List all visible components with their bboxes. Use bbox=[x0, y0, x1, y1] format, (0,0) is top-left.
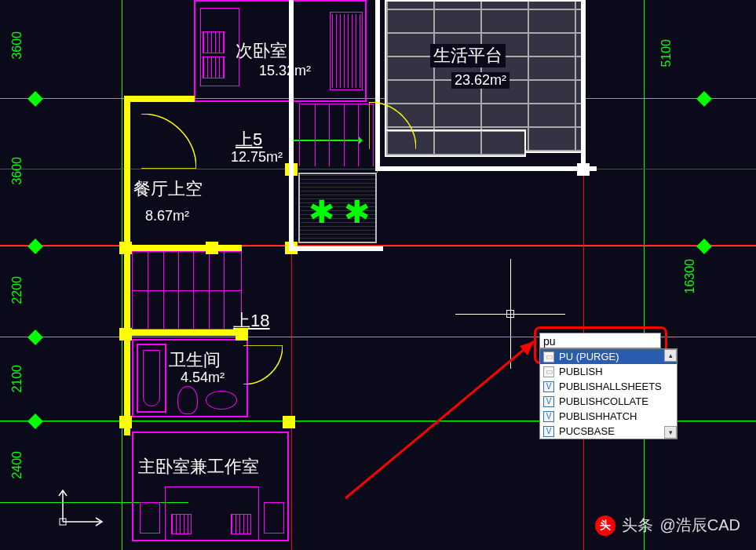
dining-void-label: 餐厅上空 bbox=[133, 177, 203, 201]
column bbox=[119, 416, 132, 428]
plant-icon: ✱ bbox=[309, 202, 335, 221]
svg-marker-1 bbox=[520, 341, 534, 355]
wardrobe-hatch bbox=[332, 14, 360, 88]
sink bbox=[206, 391, 237, 410]
bathroom-label: 卫生间 bbox=[169, 348, 221, 372]
scroll-down-button[interactable]: ▾ bbox=[664, 426, 677, 439]
doc-icon: ▭ bbox=[543, 366, 554, 377]
wall-segment bbox=[124, 98, 130, 435]
cad-canvas[interactable]: 3600 3600 2200 2100 2400 5100 16300 次卧室 … bbox=[0, 0, 756, 550]
autocomplete-item-pucsbase[interactable]: V PUCSBASE bbox=[540, 424, 677, 439]
wall-white bbox=[289, 0, 294, 251]
column bbox=[119, 242, 132, 254]
dim-right-top: 5100 bbox=[659, 39, 674, 67]
door-arc bbox=[369, 102, 416, 149]
toilet bbox=[177, 386, 198, 414]
var-icon: V bbox=[543, 381, 554, 392]
svg-line-0 bbox=[345, 341, 534, 498]
ucs-icon bbox=[55, 486, 110, 530]
living-platform-area: 23.62m² bbox=[451, 72, 509, 89]
doc-icon: ▭ bbox=[543, 351, 554, 362]
watermark-prefix: 头条 bbox=[622, 515, 653, 536]
secondary-bedroom-area: 15.32m² bbox=[259, 63, 311, 79]
wall-segment bbox=[124, 245, 242, 251]
var-icon: V bbox=[543, 396, 554, 407]
nightstand bbox=[140, 502, 160, 534]
nightstand bbox=[264, 502, 284, 534]
wall-segment bbox=[124, 330, 242, 336]
axis-tick bbox=[27, 330, 43, 345]
door-arc bbox=[141, 114, 196, 169]
axis-tick bbox=[696, 239, 712, 254]
dim-left-1: 3600 bbox=[10, 31, 24, 60]
stair-up5-area: 12.75m² bbox=[231, 149, 283, 166]
watermark-handle: @浩辰CAD bbox=[659, 515, 740, 536]
column-white bbox=[577, 163, 590, 176]
wall-segment bbox=[124, 96, 195, 102]
dim-right-overall: 16300 bbox=[683, 259, 697, 294]
var-icon: V bbox=[543, 411, 554, 422]
column bbox=[206, 242, 218, 254]
stairs-up5 bbox=[299, 104, 374, 166]
var-icon: V bbox=[543, 426, 554, 437]
bathroom-area: 4.54m² bbox=[181, 370, 225, 386]
master-label: 主卧室兼工作室 bbox=[138, 455, 259, 479]
secondary-bedroom-label: 次卧室 bbox=[236, 39, 287, 63]
bed-pillow bbox=[203, 31, 225, 53]
axis-tick bbox=[27, 91, 43, 107]
column bbox=[236, 328, 248, 341]
dining-void-area: 8.67m² bbox=[145, 208, 189, 224]
stairs-main bbox=[132, 251, 242, 330]
plant-icon: ✱ bbox=[344, 202, 371, 221]
dim-left-3: 2200 bbox=[10, 276, 24, 304]
axis-tick bbox=[696, 91, 712, 107]
master-pillow bbox=[171, 514, 192, 534]
wall-white bbox=[377, 166, 597, 171]
column bbox=[119, 328, 132, 341]
wall-white bbox=[581, 0, 586, 171]
dim-left-5: 2400 bbox=[10, 451, 24, 479]
axis-tick bbox=[27, 239, 43, 254]
bathtub bbox=[137, 344, 166, 413]
bed-pillow bbox=[203, 56, 225, 78]
autocomplete-item-publishhatch[interactable]: V PUBLISHHATCH bbox=[540, 409, 677, 424]
living-platform-label: 生活平台 bbox=[430, 44, 506, 67]
door-arc bbox=[243, 345, 283, 384]
autocomplete-item-publish[interactable]: ▭ PUBLISH bbox=[540, 364, 677, 379]
command-input[interactable]: pu bbox=[539, 333, 661, 348]
axis-v bbox=[644, 0, 645, 550]
callout-arrow bbox=[345, 341, 550, 498]
axis-tick bbox=[27, 413, 43, 429]
axis-v bbox=[122, 0, 122, 550]
autocomplete-item-publishallsheets[interactable]: V PUBLISHALLSHEETS bbox=[540, 379, 677, 394]
scroll-up-button[interactable]: ▴ bbox=[664, 349, 677, 362]
autocomplete-list[interactable]: ▭ PU (PURGE) ▭ PUBLISH V PUBLISHALLSHEET… bbox=[539, 348, 677, 439]
dim-left-4: 2100 bbox=[10, 365, 24, 393]
grid-red-h bbox=[0, 245, 756, 246]
toutiao-logo-icon: 头 bbox=[595, 515, 615, 536]
dim-left-2: 3600 bbox=[10, 157, 24, 185]
column bbox=[283, 416, 295, 428]
wall-white bbox=[289, 246, 383, 251]
stair-up5-label: 上5 bbox=[236, 128, 262, 151]
autocomplete-item-publishcollate[interactable]: V PUBLISHCOLLATE bbox=[540, 394, 677, 409]
master-pillow bbox=[231, 514, 251, 534]
watermark: 头 头条 @浩辰CAD bbox=[595, 515, 740, 536]
autocomplete-item-purge[interactable]: ▭ PU (PURGE) bbox=[540, 349, 677, 364]
